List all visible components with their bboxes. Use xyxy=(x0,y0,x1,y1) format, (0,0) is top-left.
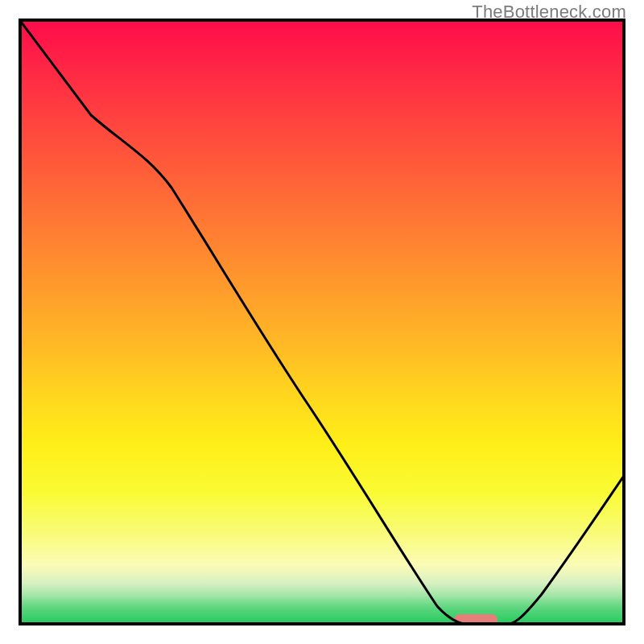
plot-area xyxy=(19,19,625,625)
bottleneck-curve-path xyxy=(19,19,625,625)
chart-stage: TheBottleneck.com xyxy=(0,0,644,644)
curve-svg xyxy=(19,19,625,625)
